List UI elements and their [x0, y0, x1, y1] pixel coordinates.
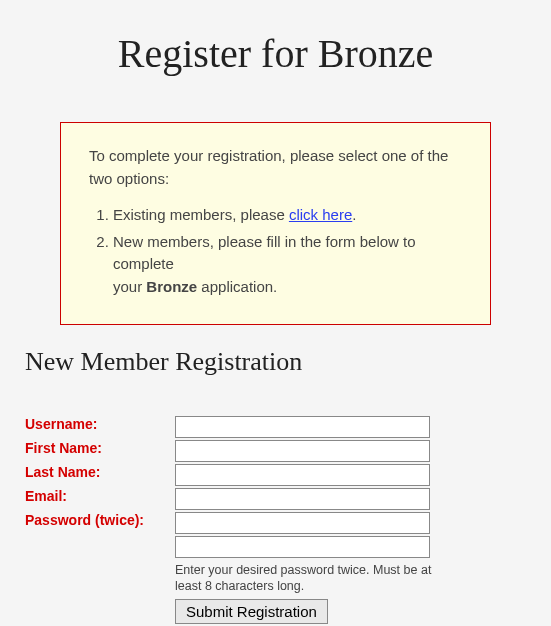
- form-subtitle: New Member Registration: [25, 347, 526, 377]
- notice-plan-name: Bronze: [146, 278, 197, 295]
- password-hint: Enter your desired password twice. Must …: [175, 562, 440, 595]
- notice-item1-prefix: Existing members, please: [113, 206, 289, 223]
- lastname-field[interactable]: [175, 464, 430, 486]
- lastname-label: Last Name:: [25, 463, 175, 487]
- notice-box: To complete your registration, please se…: [60, 122, 491, 325]
- notice-list: Existing members, please click here. New…: [89, 204, 462, 298]
- email-field[interactable]: [175, 488, 430, 510]
- password-confirm-field[interactable]: [175, 536, 430, 558]
- username-label: Username:: [25, 415, 175, 439]
- notice-item2-line1: New members, please fill in the form bel…: [113, 233, 416, 273]
- notice-item2-line2a: your: [113, 278, 146, 295]
- password-field[interactable]: [175, 512, 430, 534]
- firstname-field[interactable]: [175, 440, 430, 462]
- notice-item1-suffix: .: [352, 206, 356, 223]
- page-title: Register for Bronze: [25, 30, 526, 77]
- click-here-link[interactable]: click here: [289, 206, 352, 223]
- notice-item2-line2b: application.: [197, 278, 277, 295]
- password-label: Password (twice):: [25, 511, 175, 535]
- submit-button[interactable]: Submit Registration: [175, 599, 328, 624]
- username-field[interactable]: [175, 416, 430, 438]
- email-label: Email:: [25, 487, 175, 511]
- registration-form: Username: First Name: Last Name: Email: …: [25, 415, 440, 625]
- notice-item-new: New members, please fill in the form bel…: [113, 231, 462, 299]
- notice-intro: To complete your registration, please se…: [89, 145, 462, 190]
- notice-item-existing: Existing members, please click here.: [113, 204, 462, 227]
- firstname-label: First Name:: [25, 439, 175, 463]
